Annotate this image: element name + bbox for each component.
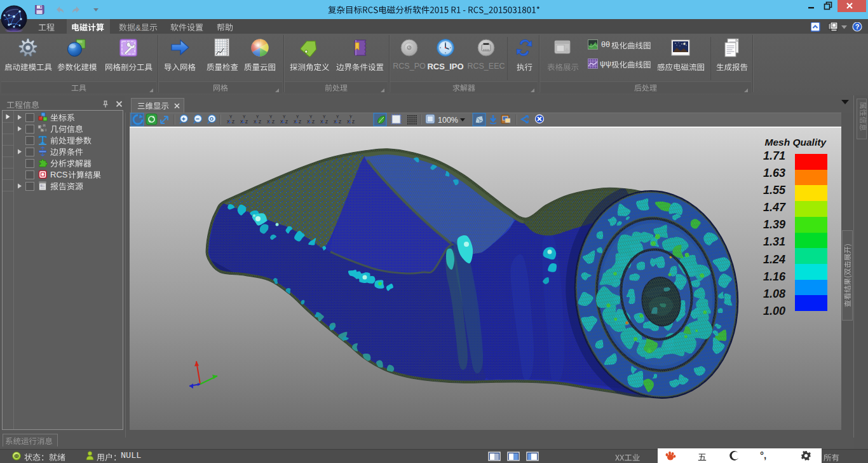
svg-text:Z: Z <box>232 120 234 124</box>
svg-text:Y: Y <box>349 114 353 119</box>
svg-text:Y: Y <box>256 114 259 119</box>
svg-text:Y: Y <box>269 114 273 119</box>
svg-text:Y: Y <box>283 114 286 119</box>
svg-text:Z: Z <box>259 120 261 124</box>
svg-text:Z: Z <box>312 120 315 124</box>
svg-text:Z: Z <box>352 120 355 124</box>
svg-text:Y: Y <box>309 114 313 119</box>
svg-text:?: ? <box>855 23 860 31</box>
svg-text:Z: Z <box>299 120 301 124</box>
svg-text:Y: Y <box>243 114 246 119</box>
svg-text:Z: Z <box>245 120 248 124</box>
svg-text:Z: Z <box>325 120 328 124</box>
svg-text:Y: Y <box>336 114 339 119</box>
svg-text:Z: Z <box>272 120 275 124</box>
svg-text:Z: Z <box>339 120 341 124</box>
svg-text:Z: Z <box>285 120 288 124</box>
svg-text:100%: 100% <box>438 116 458 125</box>
svg-text:Y: Y <box>323 114 326 119</box>
svg-text:Y: Y <box>229 114 233 119</box>
svg-text:Y: Y <box>296 114 299 119</box>
